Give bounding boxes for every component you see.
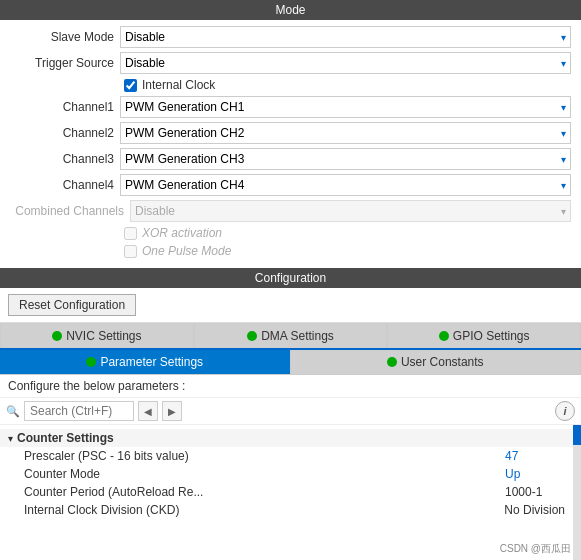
param-dot [86, 357, 96, 367]
counter-settings-group[interactable]: ▾ Counter Settings [0, 429, 573, 447]
dma-dot [247, 331, 257, 341]
combined-channels-arrow: ▾ [561, 206, 566, 217]
nvic-dot [52, 331, 62, 341]
xor-activation-checkbox[interactable] [124, 227, 137, 240]
trigger-source-value: Disable [125, 56, 165, 70]
xor-activation-label: XOR activation [142, 226, 222, 240]
channel2-arrow: ▾ [561, 128, 566, 139]
tab-dma-settings[interactable]: DMA Settings [194, 323, 388, 348]
combined-channels-select: Disable ▾ [130, 200, 571, 222]
search-input[interactable] [24, 401, 134, 421]
channel1-label: Channel1 [10, 100, 120, 114]
slave-mode-label: Slave Mode [10, 30, 120, 44]
user-const-dot [387, 357, 397, 367]
main-container: Mode Slave Mode Disable ▾ Trigger Source… [0, 0, 581, 560]
internal-clock-division-row: Internal Clock Division (CKD) No Divisio… [0, 501, 573, 519]
tab-parameter-settings[interactable]: Parameter Settings [0, 350, 291, 374]
channel1-arrow: ▾ [561, 102, 566, 113]
prescaler-row: Prescaler (PSC - 16 bits value) 47 [0, 447, 573, 465]
nvic-tab-label: NVIC Settings [66, 329, 141, 343]
internal-clock-checkbox[interactable] [124, 79, 137, 92]
configure-text: Configure the below parameters : [0, 375, 581, 398]
internal-clock-division-name: Internal Clock Division (CKD) [24, 503, 504, 517]
mode-content: Slave Mode Disable ▾ Trigger Source Disa… [0, 20, 581, 268]
channel4-row: Channel4 PWM Generation CH4 ▾ [10, 174, 571, 196]
channel4-label: Channel4 [10, 178, 120, 192]
next-result-button[interactable]: ▶ [162, 401, 182, 421]
prev-result-button[interactable]: ◀ [138, 401, 158, 421]
slave-mode-row: Slave Mode Disable ▾ [10, 26, 571, 48]
prescaler-value: 47 [505, 449, 565, 463]
user-const-tab-label: User Constants [401, 355, 484, 369]
counter-mode-value: Up [505, 467, 565, 481]
search-row: 🔍 ◀ ▶ i [0, 398, 581, 425]
params-content: ▾ Counter Settings Prescaler (PSC - 16 b… [0, 425, 573, 560]
tab-gpio-settings[interactable]: GPIO Settings [387, 323, 581, 348]
internal-clock-row: Internal Clock [10, 78, 571, 92]
params-area: ▾ Counter Settings Prescaler (PSC - 16 b… [0, 425, 573, 560]
internal-clock-label: Internal Clock [142, 78, 215, 92]
config-header: Configuration [0, 268, 581, 288]
config-inner: ▾ Counter Settings Prescaler (PSC - 16 b… [0, 425, 581, 560]
channel3-select[interactable]: PWM Generation CH3 ▾ [120, 148, 571, 170]
mode-header: Mode [0, 0, 581, 20]
channel1-select[interactable]: PWM Generation CH1 ▾ [120, 96, 571, 118]
mode-section: Mode Slave Mode Disable ▾ Trigger Source… [0, 0, 581, 268]
counter-mode-name: Counter Mode [24, 467, 505, 481]
combined-channels-row: Combined Channels Disable ▾ [10, 200, 571, 222]
trigger-source-select[interactable]: Disable ▾ [120, 52, 571, 74]
channel2-select[interactable]: PWM Generation CH2 ▾ [120, 122, 571, 144]
channel3-arrow: ▾ [561, 154, 566, 165]
config-section: Configuration Reset Configuration NVIC S… [0, 268, 581, 560]
channel4-select[interactable]: PWM Generation CH4 ▾ [120, 174, 571, 196]
group-arrow: ▾ [8, 433, 13, 444]
tab-user-constants[interactable]: User Constants [291, 350, 582, 374]
channel3-label: Channel3 [10, 152, 120, 166]
watermark: CSDN @西瓜田 [500, 542, 571, 556]
channel3-value: PWM Generation CH3 [125, 152, 244, 166]
gpio-tab-label: GPIO Settings [453, 329, 530, 343]
config-toolbar: Reset Configuration [0, 288, 581, 323]
tabs-row-2: Parameter Settings User Constants [0, 350, 581, 375]
internal-clock-division-value: No Division [504, 503, 565, 517]
counter-period-row: Counter Period (AutoReload Re... 1000-1 [0, 483, 573, 501]
channel4-arrow: ▾ [561, 180, 566, 191]
channel2-label: Channel2 [10, 126, 120, 140]
channel1-row: Channel1 PWM Generation CH1 ▾ [10, 96, 571, 118]
counter-period-name: Counter Period (AutoReload Re... [24, 485, 505, 499]
one-pulse-mode-checkbox[interactable] [124, 245, 137, 258]
trigger-source-label: Trigger Source [10, 56, 120, 70]
slave-mode-select[interactable]: Disable ▾ [120, 26, 571, 48]
tab-nvic-settings[interactable]: NVIC Settings [0, 323, 194, 348]
param-tab-label: Parameter Settings [100, 355, 203, 369]
channel2-row: Channel2 PWM Generation CH2 ▾ [10, 122, 571, 144]
xor-activation-row: XOR activation [10, 226, 571, 240]
tabs-row-1: NVIC Settings DMA Settings GPIO Settings [0, 323, 581, 350]
trigger-source-arrow: ▾ [561, 58, 566, 69]
prescaler-name: Prescaler (PSC - 16 bits value) [24, 449, 505, 463]
info-button[interactable]: i [555, 401, 575, 421]
gpio-dot [439, 331, 449, 341]
channel3-row: Channel3 PWM Generation CH3 ▾ [10, 148, 571, 170]
one-pulse-mode-row: One Pulse Mode [10, 244, 571, 258]
one-pulse-mode-label: One Pulse Mode [142, 244, 231, 258]
channel2-value: PWM Generation CH2 [125, 126, 244, 140]
channel1-value: PWM Generation CH1 [125, 100, 244, 114]
search-icon: 🔍 [6, 405, 20, 418]
counter-period-value: 1000-1 [505, 485, 565, 499]
slave-mode-value: Disable [125, 30, 165, 44]
channel4-value: PWM Generation CH4 [125, 178, 244, 192]
scrollbar-thumb [573, 425, 581, 445]
dma-tab-label: DMA Settings [261, 329, 334, 343]
combined-channels-value: Disable [135, 204, 175, 218]
trigger-source-row: Trigger Source Disable ▾ [10, 52, 571, 74]
counter-settings-label: Counter Settings [17, 431, 114, 445]
reset-config-button[interactable]: Reset Configuration [8, 294, 136, 316]
combined-channels-label: Combined Channels [10, 204, 130, 218]
slave-mode-arrow: ▾ [561, 32, 566, 43]
counter-mode-row: Counter Mode Up [0, 465, 573, 483]
config-scrollbar[interactable] [573, 425, 581, 560]
